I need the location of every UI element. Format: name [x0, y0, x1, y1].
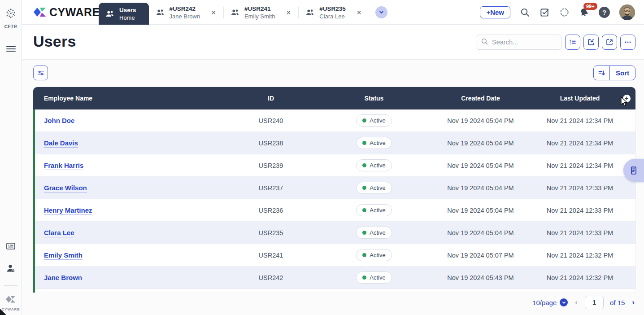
employee-id: USR237 [213, 184, 329, 192]
rail-divider [4, 285, 17, 286]
table-row[interactable]: Clara Lee USR235 Active Nov 19 2024 05:0… [33, 222, 635, 244]
status-dot-icon [362, 276, 366, 280]
column-header-id: ID [213, 95, 329, 102]
workspace-tab[interactable]: #USR242 Jane Brown ✕ [149, 0, 223, 25]
cyware-logo-icon [33, 5, 47, 19]
workspace-tab[interactable]: Users Home [99, 3, 149, 25]
sort-icon[interactable] [594, 66, 610, 80]
tab-strip: Users Home #USR242 Jane Brown ✕ #USR241 … [99, 0, 387, 25]
status-badge: Active [356, 227, 392, 239]
created-date: Nov 19 2024 05:04 PM [419, 117, 542, 124]
tab-title: #USR241 [244, 5, 275, 13]
tab-close-icon[interactable]: ✕ [211, 9, 216, 16]
status-label: Active [370, 117, 385, 124]
last-updated: Nov 21 2024 12:33 PM [542, 184, 618, 192]
created-date: Nov 19 2024 05:04 PM [419, 207, 542, 214]
status-badge: Active [356, 159, 392, 171]
search-input-wrap[interactable] [476, 35, 561, 50]
status-badge: Active [356, 182, 392, 194]
global-search-icon[interactable] [520, 7, 530, 18]
tab-close-icon[interactable]: ✕ [357, 9, 362, 16]
employee-name-link[interactable]: Dale Davis [44, 139, 78, 147]
table-row[interactable]: Henry Martinez USR236 Active Nov 19 2024… [33, 199, 635, 222]
table-row[interactable]: John Doe USR240 Active Nov 19 2024 05:04… [33, 109, 635, 132]
sort-label[interactable]: Sort [610, 66, 635, 80]
created-date: Nov 19 2024 05:04 PM [419, 162, 542, 169]
employee-id: USR236 [213, 207, 329, 214]
prev-page-button[interactable]: ‹ [574, 298, 579, 307]
employee-name-link[interactable]: Clara Lee [44, 229, 74, 236]
import-button[interactable] [583, 35, 599, 50]
employee-id: USR242 [213, 274, 329, 281]
status-dot-icon [362, 186, 366, 190]
page-number-input[interactable] [585, 296, 604, 309]
tasks-icon[interactable] [540, 7, 550, 18]
employee-name-link[interactable]: Emily Smith [44, 251, 83, 259]
employee-id: USR241 [213, 252, 329, 259]
table-row[interactable]: Frank Harris USR239 Active Nov 19 2024 0… [33, 154, 635, 177]
list-view-button[interactable] [565, 35, 580, 50]
table-accent-strip [33, 109, 35, 293]
notes-document-icon [629, 166, 639, 175]
hamburger-menu-icon[interactable] [6, 45, 16, 53]
new-button[interactable]: +New [480, 6, 510, 18]
main-content: Sort Employee Name ID Status Created Dat… [22, 60, 644, 315]
status-dot-icon [362, 253, 366, 257]
employee-name-link[interactable]: Frank Harris [44, 162, 83, 169]
status-dot-icon [362, 163, 366, 167]
employee-name-link[interactable]: Jane Brown [44, 274, 82, 281]
help-icon[interactable]: ? [599, 7, 610, 18]
cyware-logo[interactable]: CYWARE ™ [33, 5, 106, 19]
last-updated: Nov 21 2024 12:33 PM [542, 229, 618, 236]
notifications-bell-icon[interactable]: 99+ [579, 7, 589, 18]
export-button[interactable] [602, 35, 617, 50]
column-header-status: Status [329, 95, 419, 102]
more-options-button[interactable] [620, 35, 635, 50]
status-label: Active [370, 162, 385, 169]
tab-title: #USR242 [170, 5, 200, 13]
tab-close-icon[interactable]: ✕ [286, 9, 292, 16]
status-badge: Active [356, 204, 392, 216]
side-panel-fab[interactable] [623, 159, 644, 182]
table-row[interactable]: Grace Wilson USR237 Active Nov 19 2024 0… [33, 177, 635, 199]
next-page-button[interactable]: › [631, 298, 635, 307]
column-header-employee-name: Employee Name [33, 95, 213, 102]
release-notes-icon[interactable] [5, 241, 16, 251]
employee-id: USR239 [213, 162, 329, 169]
app-root: CFTR [0, 0, 644, 315]
total-pages-label: of 15 [610, 299, 625, 306]
tenant-network-icon[interactable] [4, 7, 17, 20]
status-label: Active [370, 274, 385, 281]
table-row[interactable]: Dale Davis USR238 Active Nov 19 2024 05:… [33, 132, 635, 154]
table-row[interactable]: Jane Brown USR242 Active Nov 19 2024 05:… [33, 267, 635, 289]
workspace-tab[interactable]: #USR235 Clara Lee ✕ [299, 0, 369, 25]
status-badge: Active [356, 271, 392, 284]
employee-id: USR235 [213, 229, 329, 236]
table-row[interactable]: Emily Smith USR241 Active Nov 19 2024 05… [33, 244, 635, 267]
employee-name-link[interactable]: Grace Wilson [44, 184, 87, 192]
filter-button[interactable] [33, 66, 48, 80]
last-updated: Nov 21 2024 12:34 PM [542, 117, 618, 124]
last-updated: Nov 21 2024 12:32 PM [542, 274, 618, 281]
tab-subtitle: Home [119, 14, 136, 22]
workspace-tab[interactable]: #USR241 Emily Smith ✕ [224, 0, 298, 25]
sort-button[interactable]: Sort [593, 66, 635, 80]
tab-overflow-chevron-icon[interactable] [375, 6, 387, 18]
users-icon [305, 8, 315, 17]
user-settings-icon[interactable] [5, 263, 16, 274]
page-size-selector[interactable]: 10/page [532, 298, 568, 306]
search-icon [481, 38, 488, 47]
add-column-icon[interactable]: + [623, 95, 631, 102]
created-date: Nov 19 2024 05:04 PM [419, 140, 542, 147]
table-header-row: Employee Name ID Status Created Date Las… [33, 87, 635, 109]
search-input[interactable] [492, 39, 555, 46]
employee-id: USR240 [213, 117, 329, 124]
user-avatar[interactable] [619, 4, 635, 20]
sync-status-icon[interactable] [559, 7, 570, 18]
employee-name-link[interactable]: John Doe [44, 117, 74, 124]
table-row-partial[interactable] [33, 289, 635, 293]
employee-name-link[interactable]: Henry Martinez [44, 206, 92, 214]
corner-wedge [0, 309, 6, 315]
tab-title: Users [119, 6, 136, 14]
left-rail: CFTR [0, 0, 22, 315]
